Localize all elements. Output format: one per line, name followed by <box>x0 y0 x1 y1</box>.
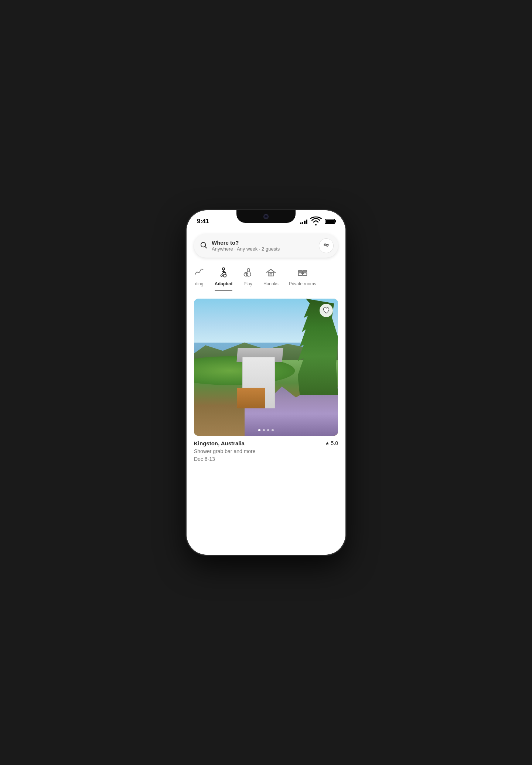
svg-point-12 <box>246 273 247 274</box>
signal-bar-4 <box>306 220 308 224</box>
dot-2 <box>263 429 265 431</box>
wifi-icon <box>310 215 322 227</box>
screen-content[interactable]: Where to? Anywhere · Any week · 2 guests <box>187 229 345 555</box>
svg-point-6 <box>222 268 225 270</box>
svg-rect-21 <box>298 271 302 272</box>
signal-icon <box>300 219 307 224</box>
svg-rect-22 <box>303 271 307 272</box>
category-item-private-rooms[interactable]: Private rooms <box>289 264 316 291</box>
trending-icon <box>194 266 204 278</box>
category-label-play: Play <box>243 281 252 286</box>
listing-rating: ★ 5.0 <box>325 440 338 446</box>
dot-1 <box>258 429 260 431</box>
wheelchair-icon <box>218 266 229 278</box>
category-label-trending: ding <box>195 281 204 286</box>
svg-point-8 <box>221 275 222 276</box>
bed-icon <box>297 266 308 278</box>
listing-image <box>194 299 338 436</box>
svg-line-1 <box>205 246 207 248</box>
svg-point-5 <box>327 245 328 246</box>
listing-info: Kingston, Australia ★ 5.0 Shower grab ba… <box>194 436 338 469</box>
svg-rect-19 <box>299 272 301 274</box>
photo-scene <box>194 299 338 436</box>
svg-rect-20 <box>303 272 306 274</box>
svg-point-4 <box>324 244 326 245</box>
hanok-icon <box>266 266 276 278</box>
category-label-adapted: Adapted <box>215 281 232 286</box>
signal-bar-1 <box>300 222 301 224</box>
listing-card[interactable]: Kingston, Australia ★ 5.0 Shower grab ba… <box>194 299 338 469</box>
deck <box>237 388 265 408</box>
phone-frame: 9:41 <box>187 210 345 555</box>
battery-fill <box>326 220 334 223</box>
listings: Kingston, Australia ★ 5.0 Shower grab ba… <box>187 291 345 469</box>
categories: ding <box>187 264 345 291</box>
category-item-adapted[interactable]: Adapted <box>215 264 232 291</box>
search-title: Where to? <box>212 239 314 246</box>
phone-screen: 9:41 <box>187 210 345 555</box>
listing-dates: Dec 6-13 <box>194 456 338 462</box>
dot-3 <box>267 429 269 431</box>
camera <box>263 214 269 219</box>
bowling-icon <box>243 266 253 278</box>
rating-value: 5.0 <box>331 440 338 446</box>
star-icon: ★ <box>325 441 330 446</box>
signal-bar-2 <box>302 222 304 224</box>
category-item-trending[interactable]: ding <box>194 264 204 291</box>
listing-location: Kingston, Australia <box>194 440 245 446</box>
building <box>237 340 288 408</box>
carousel-dots <box>258 429 274 431</box>
filter-icon <box>323 242 330 249</box>
search-icon <box>200 241 207 251</box>
status-icons <box>300 215 335 227</box>
signal-bar-3 <box>304 221 306 224</box>
search-text: Where to? Anywhere · Any week · 2 guests <box>212 239 314 252</box>
category-label-hanoks: Hanoks <box>263 281 279 286</box>
category-item-hanoks[interactable]: Hanoks <box>263 264 279 291</box>
notch <box>236 210 296 223</box>
svg-point-13 <box>246 274 247 275</box>
battery-icon <box>325 219 335 224</box>
category-item-play[interactable]: Play <box>243 264 253 291</box>
filter-button[interactable] <box>319 238 334 253</box>
search-subtitle: Anywhere · Any week · 2 guests <box>212 246 314 252</box>
svg-point-11 <box>245 273 246 274</box>
dot-4 <box>272 429 274 431</box>
favorite-button[interactable] <box>320 304 333 317</box>
heart-icon <box>323 307 330 314</box>
listing-subtitle: Shower grab bar and more <box>194 448 338 455</box>
listing-top-row: Kingston, Australia ★ 5.0 <box>194 440 338 446</box>
search-bar[interactable]: Where to? Anywhere · Any week · 2 guests <box>194 234 338 258</box>
status-time: 9:41 <box>197 218 209 225</box>
svg-point-7 <box>224 274 226 277</box>
category-label-private-rooms: Private rooms <box>289 281 316 286</box>
svg-point-9 <box>248 268 249 271</box>
search-container: Where to? Anywhere · Any week · 2 guests <box>187 229 345 264</box>
